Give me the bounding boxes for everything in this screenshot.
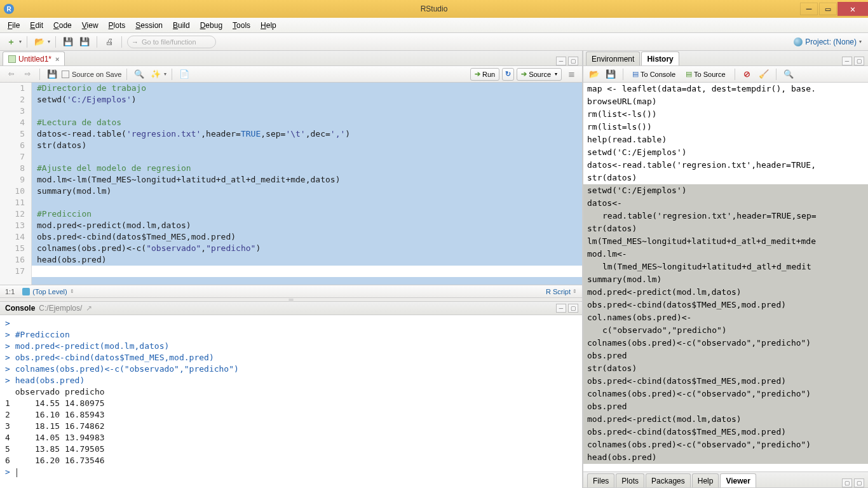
history-pane: Environment History ─ ▢ 📂 💾 ▤To Console … <box>583 51 868 471</box>
tab-plots[interactable]: Plots <box>616 473 644 487</box>
separator <box>126 69 127 80</box>
console-title: Console <box>5 304 35 313</box>
project-menu[interactable]: Project: (None) ▾ <box>794 37 862 46</box>
pane-minimize-button[interactable]: ─ <box>556 304 566 313</box>
menu-help[interactable]: Help <box>255 20 281 31</box>
pane-minimize-button[interactable]: ▢ <box>842 478 852 487</box>
separator <box>623 69 623 80</box>
print-button[interactable]: 🖨 <box>102 36 116 48</box>
scope-indicator[interactable]: (Top Level) ⇕ <box>22 288 74 295</box>
env-history-tabs: Environment History ─ ▢ <box>583 51 868 66</box>
cursor-position: 1:1 <box>5 288 15 295</box>
separator <box>39 69 40 80</box>
tab-environment-label: Environment <box>592 55 634 64</box>
tab-files[interactable]: Files <box>587 473 614 487</box>
maximize-button[interactable]: ▭ <box>819 3 837 15</box>
main-layout: Untitled1* × ─ ▢ ⇦ ⇨ 💾 Source on Save 🔍 … <box>0 51 868 488</box>
tab-viewer[interactable]: Viewer <box>720 473 756 487</box>
document-icon <box>8 55 16 63</box>
separator <box>55 36 56 48</box>
console-body[interactable]: >> #Prediccion> mod.pred<-predict(mod.lm… <box>0 315 582 488</box>
project-icon <box>794 37 803 46</box>
menu-edit[interactable]: Edit <box>25 20 48 31</box>
rerun-button[interactable]: ↻ <box>502 68 514 81</box>
console-path: C:/Ejemplos/ <box>39 304 82 313</box>
back-button[interactable]: ⇦ <box>4 68 18 81</box>
pane-window-controls: ─ ▢ <box>842 57 864 65</box>
left-column: Untitled1* × ─ ▢ ⇦ ⇨ 💾 Source on Save 🔍 … <box>0 51 583 488</box>
tab-help[interactable]: Help <box>692 473 719 487</box>
clear-history-button[interactable]: 🧹 <box>757 68 771 81</box>
menu-view[interactable]: View <box>77 20 104 31</box>
goto-file-input[interactable]: Go to file/function <box>127 36 216 48</box>
main-toolbar: ＋▾ 📂▾ 💾 💾 🖨 Go to file/function Project:… <box>0 33 868 51</box>
menu-session[interactable]: Session <box>130 20 168 31</box>
pane-window-controls: ─ ▢ <box>556 57 578 65</box>
pane-maximize-button[interactable]: ▢ <box>854 57 864 65</box>
separator <box>27 36 27 48</box>
code-editor[interactable]: 1234567891011121314151617 #Directorio de… <box>0 83 582 285</box>
source-on-save-checkbox[interactable] <box>62 71 69 78</box>
outline-button[interactable]: ≣ <box>564 68 578 81</box>
source-tab-label: Untitled1* <box>18 55 51 64</box>
history-body[interactable]: map <- leaflet(data=dat, dest=tempdir(),… <box>583 83 868 471</box>
open-file-button[interactable]: 📂▾ <box>32 36 50 48</box>
window-title: RStudio <box>421 4 448 13</box>
menu-file[interactable]: File <box>3 20 25 31</box>
source-button[interactable]: ➔Source▾ <box>517 68 562 81</box>
to-console-button[interactable]: ▤To Console <box>628 68 679 81</box>
save-history-button[interactable]: 💾 <box>604 68 618 81</box>
find-button[interactable]: 🔍 <box>132 68 146 81</box>
source-pane: Untitled1* × ─ ▢ ⇦ ⇨ 💾 Source on Save 🔍 … <box>0 51 582 297</box>
delete-entry-button[interactable]: ⊘ <box>740 68 754 81</box>
save-source-button[interactable]: 💾 <box>45 68 59 81</box>
source-tab-untitled1[interactable]: Untitled1* × <box>3 51 65 65</box>
function-icon <box>22 288 30 295</box>
app-icon: R <box>4 4 14 14</box>
separator <box>97 36 97 48</box>
code-area[interactable]: #Directorio de trabajosetwd('C:/Ejemplos… <box>32 83 582 285</box>
pane-minimize-button[interactable]: ─ <box>556 57 566 65</box>
right-column: Environment History ─ ▢ 📂 💾 ▤To Console … <box>583 51 868 488</box>
menu-plots[interactable]: Plots <box>104 20 131 31</box>
console-pane: Console C:/Ejemplos/ ↗ ─ ▢ >> #Prediccio… <box>0 301 582 488</box>
menu-debug[interactable]: Debug <box>195 20 227 31</box>
menubar: File Edit Code View Plots Session Build … <box>0 18 868 33</box>
wand-button[interactable]: ✨▾ <box>149 68 166 81</box>
notebook-button[interactable]: 📄 <box>177 68 191 81</box>
pane-maximize-button[interactable]: ▢ <box>568 304 578 313</box>
search-history-button[interactable]: 🔍 <box>782 68 796 81</box>
menu-build[interactable]: Build <box>168 20 195 31</box>
tab-environment[interactable]: Environment <box>586 51 640 65</box>
new-file-button[interactable]: ＋▾ <box>4 36 22 48</box>
tab-history[interactable]: History <box>641 51 679 65</box>
separator <box>121 36 122 48</box>
source-on-save-label: Source on Save <box>72 71 121 78</box>
save-button[interactable]: 💾 <box>61 36 75 48</box>
to-source-button[interactable]: ▤To Source <box>682 68 729 81</box>
minimize-button[interactable]: ─ <box>800 3 818 15</box>
gutter: 1234567891011121314151617 <box>0 83 32 285</box>
tab-packages[interactable]: Packages <box>646 473 691 487</box>
tab-history-label: History <box>647 55 673 64</box>
pane-window-controls: ▢ ▢ <box>842 478 864 487</box>
pane-minimize-button[interactable]: ─ <box>842 57 852 65</box>
separator <box>735 69 735 80</box>
source-tabs: Untitled1* × ─ ▢ <box>0 51 582 66</box>
close-button[interactable]: ✕ <box>837 2 868 16</box>
pane-maximize-button[interactable]: ▢ <box>854 478 864 487</box>
separator <box>776 69 776 80</box>
run-button[interactable]: ➔Run <box>470 68 499 81</box>
pane-maximize-button[interactable]: ▢ <box>568 57 578 65</box>
console-header: Console C:/Ejemplos/ ↗ ─ ▢ <box>0 301 582 315</box>
save-all-button[interactable]: 💾 <box>78 36 92 48</box>
syntax-mode-selector[interactable]: R Script ⇕ <box>546 288 577 295</box>
editor-statusbar: 1:1 (Top Level) ⇕ R Script ⇕ <box>0 285 582 297</box>
source-toolbar: ⇦ ⇨ 💾 Source on Save 🔍 ✨▾ 📄 ➔Run ↻ ➔Sour… <box>0 66 582 83</box>
pane-window-controls: ─ ▢ <box>556 304 578 313</box>
menu-code[interactable]: Code <box>48 20 77 31</box>
close-tab-icon[interactable]: × <box>55 55 59 63</box>
forward-button[interactable]: ⇨ <box>20 68 34 81</box>
menu-tools[interactable]: Tools <box>227 20 255 31</box>
load-history-button[interactable]: 📂 <box>587 68 601 81</box>
